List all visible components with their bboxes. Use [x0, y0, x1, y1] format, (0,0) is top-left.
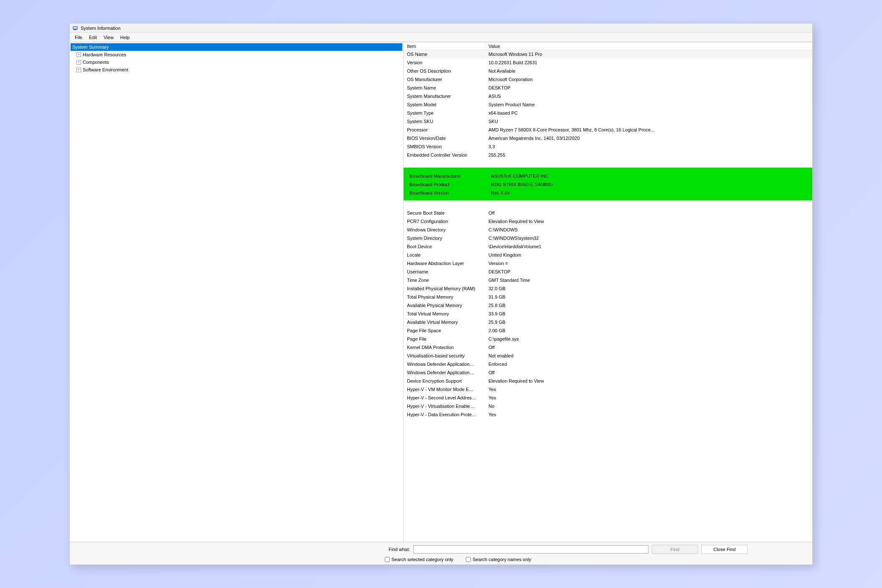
row-value: ROG STRIX B550-E GAMING [488, 182, 686, 187]
row-item: Hyper-V - Second Level Addres… [404, 395, 486, 400]
details-row[interactable]: OS NameMicrosoft Windows 11 Pro [404, 50, 812, 58]
details-row[interactable]: Other OS DescriptionNot Available [404, 67, 812, 75]
details-row[interactable]: UsernameDESKTOP [404, 268, 812, 276]
menu-file[interactable]: File [71, 34, 86, 41]
row-value: Yes [486, 412, 683, 417]
row-item: BIOS Version/Date [404, 136, 486, 141]
details-row[interactable]: Available Virtual Memory25.9 GB [404, 318, 812, 326]
details-row[interactable]: Windows Defender Application…Off [404, 368, 812, 377]
details-row[interactable]: Time ZoneGMT Standard Time [404, 276, 812, 284]
details-row[interactable]: Hyper-V - Virtualisation Enable…No [404, 402, 812, 410]
details-row[interactable]: System ModelSystem Product Name [404, 100, 812, 109]
tree-hardware-resources[interactable]: + Hardware Resources [71, 51, 402, 58]
details-row[interactable]: Total Virtual Memory33.9 GB [404, 310, 812, 318]
column-item[interactable]: Item [404, 42, 486, 50]
titlebar[interactable]: System Information [70, 24, 812, 33]
row-item: Hyper-V - Data Execution Prote… [404, 412, 486, 417]
details-row[interactable]: System DirectoryC:\WINDOWS\system32 [404, 234, 812, 242]
expand-icon[interactable]: + [76, 60, 81, 65]
row-value: x64-based PC [486, 110, 683, 116]
row-item: System Model [404, 102, 486, 107]
details-row[interactable]: BIOS Version/DateAmerican Megatrends Inc… [404, 134, 812, 142]
row-value: DESKTOP [486, 85, 683, 90]
row-item: Hyper-V - Virtualisation Enable… [404, 404, 486, 409]
details-row[interactable]: Embedded Controller Version255.255 [404, 151, 812, 159]
details-row[interactable]: Installed Physical Memory (RAM)32.0 GB [404, 284, 812, 293]
search-selected-category-checkbox[interactable]: Search selected category only [385, 557, 453, 562]
menu-edit[interactable]: Edit [86, 34, 100, 41]
details-row[interactable]: Available Physical Memory25.8 GB [404, 301, 812, 310]
find-input[interactable] [413, 545, 648, 554]
row-value: C:\pagefile.sys [486, 336, 683, 341]
details-row[interactable]: Device Encryption SupportElevation Requi… [404, 377, 812, 385]
details-row[interactable]: Hyper-V - Second Level Addres…Yes [404, 394, 812, 402]
details-row[interactable]: OS ManufacturerMicrosoft Corporation [404, 75, 812, 84]
row-item: Secure Boot State [404, 210, 486, 215]
menu-view[interactable]: View [100, 34, 117, 41]
details-row[interactable]: System ManufacturerASUS [404, 92, 812, 100]
tree-components[interactable]: + Components [71, 58, 402, 66]
row-item: SMBIOS Version [404, 144, 486, 149]
details-row[interactable]: System Typex64-based PC [404, 109, 812, 117]
row-value: Off [486, 345, 683, 350]
details-row[interactable]: SMBIOS Version3.3 [404, 142, 812, 151]
row-value: 31.9 GB [486, 294, 683, 299]
details-row[interactable]: ProcessorAMD Ryzen 7 5800X 8-Core Proces… [404, 126, 812, 134]
row-item: Windows Directory [404, 227, 486, 232]
checkbox-input[interactable] [385, 557, 390, 562]
details-row[interactable]: LocaleUnited Kingdom [404, 251, 812, 259]
search-category-names-checkbox[interactable]: Search category names only [466, 557, 531, 562]
details-row[interactable]: Hardware Abstraction LayerVersion = [404, 259, 812, 268]
row-item: Page File Space [404, 328, 486, 333]
menu-help[interactable]: Help [117, 34, 133, 41]
row-item: Hyper-V - VM Monitor Mode E… [404, 387, 486, 392]
row-item: System Name [404, 85, 486, 90]
details-row[interactable]: Page FileC:\pagefile.sys [404, 335, 812, 343]
expand-icon[interactable]: + [76, 68, 81, 72]
close-find-button[interactable]: Close Find [701, 545, 748, 554]
details-list[interactable]: Item Value OS NameMicrosoft Windows 11 P… [404, 42, 812, 542]
details-header[interactable]: Item Value [404, 42, 812, 50]
svg-rect-1 [74, 26, 77, 28]
tree-label: System Summary [72, 45, 109, 50]
row-value: 25.8 GB [486, 303, 683, 308]
details-row[interactable]: BaseBoard ProductROG STRIX B550-E GAMING [406, 180, 810, 189]
checkbox-input[interactable] [466, 557, 471, 562]
details-row[interactable]: Windows Defender Application…Enforced [404, 360, 812, 368]
tree-software-environment[interactable]: + Software Environment [71, 66, 402, 74]
tree-label: Components [83, 60, 109, 65]
details-row[interactable]: PCR7 ConfigurationElevation Required to … [404, 217, 812, 226]
tree-label: Software Environment [83, 67, 128, 72]
checkbox-label: Search category names only [472, 557, 531, 562]
menubar: File Edit View Help [70, 33, 812, 42]
details-row[interactable]: BaseBoard VersionRev X.0x [406, 189, 810, 197]
row-item: Hardware Abstraction Layer [404, 261, 486, 266]
details-row[interactable]: Version10.0.22631 Build 22631 [404, 58, 812, 67]
row-item: BaseBoard Product [406, 182, 488, 187]
details-row[interactable]: System SKUSKU [404, 117, 812, 126]
row-item: OS Name [404, 52, 486, 57]
row-value: C:\WINDOWS\system32 [486, 236, 683, 241]
details-row[interactable]: Page File Space2.00 GB [404, 326, 812, 335]
details-row[interactable]: Boot Device\Device\HarddiskVolume1 [404, 242, 812, 251]
details-row[interactable]: Hyper-V - Data Execution Prote…Yes [404, 410, 812, 419]
details-row[interactable]: System NameDESKTOP [404, 84, 812, 92]
expand-icon[interactable]: + [76, 52, 81, 57]
details-row[interactable]: Windows DirectoryC:\WINDOWS [404, 226, 812, 234]
details-row[interactable]: Kernel DMA ProtectionOff [404, 343, 812, 352]
column-value[interactable]: Value [486, 42, 812, 50]
checkbox-label: Search selected category only [391, 557, 453, 562]
find-button[interactable]: Find [652, 545, 698, 554]
row-item: Kernel DMA Protection [404, 345, 486, 350]
details-row[interactable]: Secure Boot StateOff [404, 209, 812, 217]
tree-system-summary[interactable]: System Summary [71, 43, 402, 51]
row-value: System Product Name [486, 102, 683, 107]
row-item: System Type [404, 110, 486, 116]
details-row[interactable]: BaseBoard ManufacturerASUSTeK COMPUTER I… [406, 172, 810, 180]
details-row[interactable]: Hyper-V - VM Monitor Mode E…Yes [404, 385, 812, 394]
row-item: Total Physical Memory [404, 294, 486, 299]
navigation-tree[interactable]: System Summary + Hardware Resources + Co… [70, 42, 404, 542]
row-value: 33.9 GB [486, 311, 683, 316]
details-row[interactable]: Virtualisation-based securityNot enabled [404, 352, 812, 360]
details-row[interactable]: Total Physical Memory31.9 GB [404, 293, 812, 301]
